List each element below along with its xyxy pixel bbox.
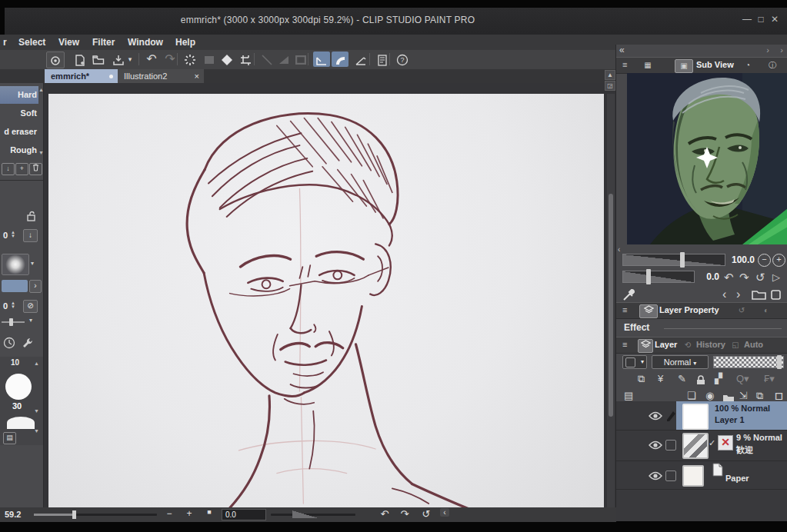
layer-row-layer1[interactable]: 100 % Normal Layer 1 [616, 401, 787, 431]
size-preview-small-value[interactable]: 10 [11, 358, 19, 367]
subview-open-folder-icon[interactable] [752, 289, 767, 303]
stabilization-slider[interactable] [2, 321, 25, 323]
fit-to-screen-icon[interactable]: ■ [203, 508, 215, 516]
line-tool-icon[interactable] [258, 52, 275, 67]
undo-icon[interactable]: ↶ [143, 52, 160, 67]
color-mix-bar[interactable] [2, 280, 28, 292]
brush-scroll-up-icon[interactable]: ▲ [38, 86, 42, 94]
subview-zoom-out-icon[interactable]: − [758, 254, 771, 267]
panel-overflow2-icon[interactable]: › [780, 45, 783, 55]
information-tab-icon[interactable]: ⓘ [764, 59, 781, 71]
slider-dropdown-icon[interactable]: ▾ [29, 317, 32, 324]
new-raster-layer-icon[interactable]: ❏ [687, 390, 696, 401]
item-bank-tab-icon[interactable]: ◔ [739, 59, 756, 71]
opacity-slider-knob[interactable] [777, 355, 782, 369]
layer-property-tab-label[interactable]: Layer Property [659, 305, 719, 314]
layer-tab-label[interactable]: Layer [655, 340, 677, 349]
layer3-visibility-eye-icon[interactable] [649, 470, 662, 484]
subview-rotate-knob[interactable] [646, 269, 651, 284]
reset-tool-icon[interactable] [3, 337, 15, 352]
menu-item-filter[interactable]: Filter [89, 36, 118, 48]
auto-action-tab-label[interactable]: Auto [744, 340, 763, 349]
new-document-icon[interactable] [71, 52, 88, 67]
subview-rotate-cw-icon[interactable]: ↷ [739, 271, 749, 284]
brush-scroll-down-icon[interactable]: ▼ [38, 149, 42, 157]
layer-property-tab-icon[interactable] [639, 304, 658, 318]
panel-overflow-icon[interactable]: › [766, 45, 769, 55]
maximize-button[interactable]: □ [755, 14, 767, 25]
density-stepper[interactable]: ▲▼ [11, 301, 15, 309]
rotate-ccw-icon[interactable]: ↶ [378, 508, 391, 520]
add-brush-icon[interactable]: + [15, 163, 28, 175]
layer2-visibility-eye-icon[interactable] [649, 439, 662, 453]
reset-rotation-icon[interactable]: ↺ [420, 508, 432, 520]
palette-color-dropdown[interactable]: ▾ [622, 355, 647, 369]
layer2-thumbnail[interactable] [682, 433, 709, 459]
brush-shape-tab-icon[interactable]: ◐ [758, 304, 775, 317]
close-button[interactable]: ✕ [769, 14, 781, 25]
ruler-range-icon[interactable]: Q▾ [736, 373, 749, 384]
tool-settings-wrench-icon[interactable] [22, 337, 34, 352]
layer1-visibility-eye-icon[interactable] [649, 410, 662, 424]
size-preview-dome[interactable] [7, 417, 35, 429]
subview-tab-label[interactable]: Sub View [696, 60, 734, 69]
size-scroll-down-icon[interactable]: ▼ [34, 407, 38, 415]
subview-reset-icon[interactable]: ↺ [755, 271, 765, 284]
help-bubble-icon[interactable]: ? [394, 52, 411, 67]
canvas-vscroll-thumb[interactable] [609, 194, 613, 417]
tab-emmrich[interactable]: emmrich* [45, 69, 118, 83]
canvas-corner-icon[interactable]: ◲ [605, 81, 615, 91]
statusbar-zoom-knob[interactable] [72, 510, 76, 519]
menu-item-window[interactable]: Window [125, 36, 166, 48]
lock-layer-icon[interactable] [696, 374, 705, 388]
canvas-vertical-scrollbar[interactable] [607, 94, 615, 507]
subview-clear-icon[interactable] [770, 289, 782, 303]
material-panel-icon[interactable] [374, 52, 391, 67]
transfer-layer-icon[interactable]: ⇲ [739, 390, 748, 401]
subview-rotate-ccw-icon[interactable]: ↶ [724, 271, 734, 284]
collapse-panel-icon[interactable]: « [619, 45, 625, 55]
layer-property-menu-icon[interactable]: ≡ [622, 305, 627, 314]
opacity-slider[interactable] [713, 356, 784, 368]
subview-next-icon[interactable]: › [736, 288, 740, 301]
statusbar-zoom-slider[interactable] [34, 514, 157, 516]
register-size-icon[interactable]: ↓ [23, 229, 38, 242]
history-tab-label[interactable]: History [696, 340, 725, 349]
size-scroll-up-icon[interactable]: ▲ [34, 360, 38, 367]
processing-spinner-icon[interactable] [182, 52, 198, 67]
subview-tab-icon[interactable]: ▣ [675, 59, 693, 73]
blend-mode-dropdown[interactable]: Normal ▾ [652, 355, 709, 369]
rotation-value-box[interactable]: 0.0 [222, 509, 266, 520]
new-vector-layer-icon[interactable]: ◉ [705, 390, 714, 401]
subview-zoom-in-icon[interactable]: + [772, 254, 785, 267]
history-tab-icon[interactable]: ⟲ [682, 339, 693, 351]
selection-rect-icon[interactable] [201, 52, 218, 67]
delete-layer-icon[interactable]: ◻ [775, 390, 783, 401]
subview-prev-image-icon[interactable]: ‹ [618, 245, 620, 254]
menu-item-cutoff[interactable]: r [0, 36, 10, 48]
subview-rotate-slider[interactable] [622, 271, 695, 283]
size-scroll-down2-icon[interactable]: ▼ [34, 427, 38, 435]
stabilization-slider-thumb[interactable] [9, 318, 13, 326]
menu-item-view[interactable]: View [55, 36, 82, 48]
redo-icon[interactable]: ↷ [162, 52, 178, 67]
layer-palette-menu-icon[interactable]: ≡ [622, 340, 627, 349]
tab-illustration2[interactable]: Illustration2 × [118, 69, 204, 83]
layer-row-paper[interactable]: Paper [616, 461, 787, 490]
statusbar-rotate-knob[interactable] [292, 510, 318, 518]
navigator-tab-icon[interactable]: ▦ [639, 59, 656, 71]
import-brush-icon[interactable]: ↓ [2, 163, 15, 175]
layer-tab-icon[interactable] [638, 339, 653, 353]
delete-brush-icon[interactable] [29, 163, 42, 175]
subview-menu-icon[interactable]: ≡ [622, 60, 627, 69]
snap-to-grid-icon[interactable] [352, 52, 369, 67]
lock-transparent-icon[interactable]: ¥ [658, 373, 663, 384]
brush-item-rough[interactable]: Rough [0, 141, 38, 159]
save-icon[interactable] [110, 52, 127, 67]
crop-frame-icon[interactable] [237, 52, 254, 67]
density-value[interactable]: 0 [3, 301, 8, 311]
no-effect-icon[interactable]: ⊘ [23, 300, 38, 313]
brush-size-value[interactable]: 0 [3, 231, 8, 240]
statusbar-back-icon[interactable]: ‹ [440, 508, 449, 517]
statusbar-rotate-slider[interactable] [271, 514, 355, 516]
